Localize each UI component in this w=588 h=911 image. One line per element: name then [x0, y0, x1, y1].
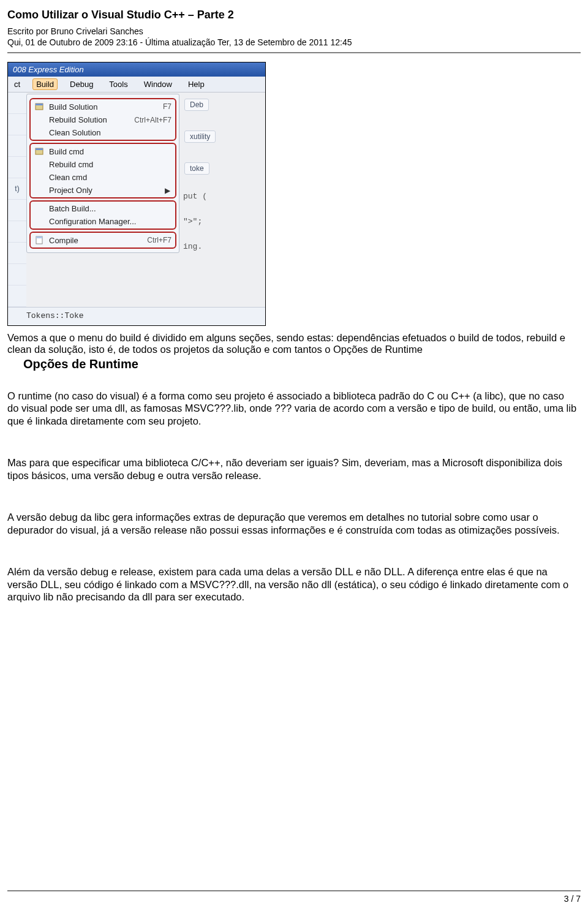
menu-label: Rebuild Solution — [49, 115, 130, 124]
menu-item-rebuild-solution[interactable]: Rebuild Solution Ctrl+Alt+F7 — [31, 113, 175, 126]
menubar-item-build[interactable]: Build — [32, 78, 58, 90]
page-footer: 3 / 7 — [7, 885, 581, 904]
window-titlebar: 008 Express Edition — [8, 62, 265, 77]
menu-section: Batch Build... Configuration Manager... — [29, 200, 176, 230]
code-fragment: ing. — [183, 242, 265, 251]
menubar: ct Build Debug Tools Window Help — [8, 77, 265, 93]
garbled-text-block: Vemos a que o menu do build é dividido e… — [7, 332, 581, 356]
menu-label: Build Solution — [49, 102, 159, 112]
header-divider — [7, 52, 581, 53]
page-title: Como Utilizar o Visual Studio C++ – Part… — [7, 9, 581, 21]
gutter-row: t) — [8, 178, 26, 200]
menu-item-rebuild-cmd[interactable]: Rebuild cmd — [31, 158, 175, 171]
gutter-row — [8, 157, 26, 178]
gutter-row — [8, 243, 26, 264]
svg-rect-5 — [36, 236, 42, 238]
code-fragment: put ( — [183, 192, 265, 201]
body-paragraph: O runtime (no caso do visual) é a forma … — [7, 390, 577, 427]
menu-item-project-only[interactable]: Project Only ▶ — [31, 184, 175, 197]
build-icon — [33, 146, 45, 156]
menu-label: Clean Solution — [49, 128, 172, 137]
screenshot-right-fragments: Deb xutility toke put ( ">"; ing. — [179, 93, 265, 267]
menu-section: Build Solution F7 Rebuild Solution Ctrl+… — [29, 98, 176, 141]
menu-label: Rebuild cmd — [49, 160, 172, 169]
build-menu-dropdown: Build Solution F7 Rebuild Solution Ctrl+… — [26, 94, 179, 253]
code-fragment: ">"; — [183, 217, 265, 226]
body-paragraph: Além da versão debug e release, existem … — [7, 565, 577, 603]
svg-rect-1 — [36, 104, 43, 105]
gutter-row — [8, 114, 26, 135]
gutter-row — [8, 135, 26, 157]
menu-item-clean-cmd[interactable]: Clean cmd — [31, 171, 175, 184]
gutter-row — [8, 200, 26, 221]
menu-section: Build cmd Rebuild cmd Clean cmd Project … — [29, 143, 176, 198]
menubar-item[interactable]: Debug — [66, 78, 97, 90]
menu-shortcut: Ctrl+F7 — [147, 236, 172, 244]
embedded-screenshot: 008 Express Edition ct Build Debug Tools… — [7, 62, 266, 326]
footer-divider — [7, 890, 581, 891]
menubar-item[interactable]: Help — [184, 78, 208, 90]
body-paragraph: Mas para que especificar uma biblioteca … — [7, 456, 577, 482]
gutter-row — [8, 93, 26, 114]
compile-icon — [33, 235, 45, 245]
menu-item-compile[interactable]: Compile Ctrl+F7 — [31, 233, 175, 247]
build-icon — [33, 102, 45, 112]
section-heading-opcoes-runtime: Opções de Runtime — [23, 357, 581, 371]
page-number: 3 / 7 — [7, 894, 581, 904]
menu-item-clean-solution[interactable]: Clean Solution — [31, 126, 175, 139]
code-chip: Deb — [184, 99, 209, 111]
gutter-row — [8, 264, 26, 285]
menubar-item[interactable]: Window — [140, 78, 176, 90]
menu-shortcut: Ctrl+Alt+F7 — [134, 116, 172, 124]
menu-item-build-cmd[interactable]: Build cmd — [31, 145, 175, 158]
gutter-row — [8, 285, 26, 307]
menubar-item[interactable]: ct — [10, 78, 24, 90]
menu-item-build-solution[interactable]: Build Solution F7 — [31, 100, 175, 113]
date-line: Qui, 01 de Outubro de 2009 23:16 - Últim… — [7, 37, 581, 47]
menu-item-batch-build[interactable]: Batch Build... — [31, 202, 175, 215]
menu-label: Project Only — [49, 186, 161, 195]
menu-label: Batch Build... — [49, 204, 172, 213]
menu-item-configuration-manager[interactable]: Configuration Manager... — [31, 215, 175, 228]
author-line: Escrito por Bruno Crivelari Sanches — [7, 26, 581, 36]
menu-shortcut: F7 — [163, 102, 172, 111]
body-paragraph: A versão debug da libc gera informações … — [7, 511, 577, 536]
menu-label: Build cmd — [49, 147, 172, 156]
code-chip: xutility — [184, 130, 216, 143]
menu-label: Compile — [49, 236, 143, 245]
gutter-row — [8, 221, 26, 243]
submenu-arrow-icon: ▶ — [165, 186, 172, 195]
code-chip: toke — [184, 162, 209, 175]
menu-label: Clean cmd — [49, 173, 172, 182]
menubar-item[interactable]: Tools — [105, 78, 131, 90]
screenshot-footer-code: Tokens::Toke — [8, 307, 265, 325]
svg-rect-3 — [36, 148, 43, 150]
screenshot-left-gutter: t) — [8, 93, 26, 307]
menu-section: Compile Ctrl+F7 — [29, 232, 176, 249]
menu-label: Configuration Manager... — [49, 217, 172, 226]
